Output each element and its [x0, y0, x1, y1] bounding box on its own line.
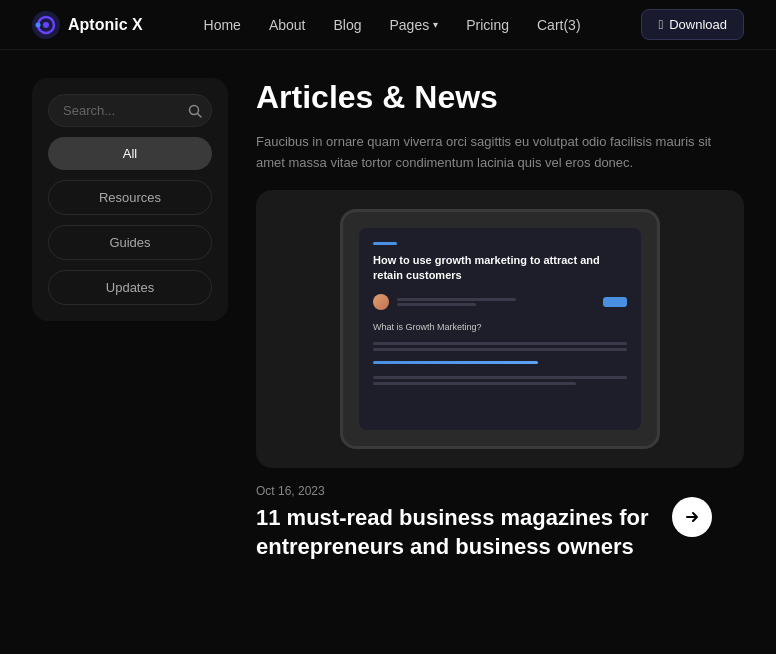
arrow-right-icon — [684, 509, 700, 525]
logo[interactable]: Aptonic X — [32, 11, 143, 39]
tablet-content-lines — [373, 342, 627, 351]
apple-icon:  — [658, 17, 663, 32]
tablet-mockup: How to use growth marketing to attract a… — [340, 209, 660, 449]
nav-pricing[interactable]: Pricing — [466, 17, 509, 33]
filter-updates-button[interactable]: Updates — [48, 270, 212, 305]
article-title: 11 must-read business magazines for entr… — [256, 504, 696, 561]
search-icon — [188, 104, 202, 118]
tablet-content-line-1 — [373, 342, 627, 345]
svg-point-3 — [36, 22, 41, 27]
logo-icon — [32, 11, 60, 39]
page-title: Articles & News — [256, 78, 744, 116]
filter-all-button[interactable]: All — [48, 137, 212, 170]
svg-line-5 — [198, 113, 202, 117]
tablet-bottom-line-2 — [373, 382, 576, 385]
navbar: Aptonic X Home About Blog Pages ▾ Pricin… — [0, 0, 776, 50]
page-description: Faucibus in ornare quam viverra orci sag… — [256, 132, 716, 174]
article-date: Oct 16, 2023 — [256, 484, 744, 498]
nav-links: Home About Blog Pages ▾ Pricing Cart(3) — [204, 17, 581, 33]
right-content: Articles & News Faucibus in ornare quam … — [256, 78, 744, 654]
featured-image: How to use growth marketing to attract a… — [256, 190, 744, 468]
tablet-meta-line-1 — [397, 298, 516, 301]
tablet-content-line-2 — [373, 348, 627, 351]
search-button[interactable] — [188, 104, 202, 118]
download-button[interactable]:  Download — [641, 9, 744, 40]
filter-resources-button[interactable]: Resources — [48, 180, 212, 215]
chevron-down-icon: ▾ — [433, 19, 438, 30]
svg-point-2 — [43, 22, 49, 28]
tablet-meta-lines — [397, 298, 595, 306]
nav-cart[interactable]: Cart(3) — [537, 17, 581, 33]
tablet-screen: How to use growth marketing to attract a… — [359, 228, 641, 430]
tablet-meta-line-2 — [397, 303, 476, 306]
nav-blog[interactable]: Blog — [333, 17, 361, 33]
sidebar: All Resources Guides Updates — [32, 78, 228, 321]
tablet-accent-bar — [373, 242, 397, 245]
nav-pages-dropdown[interactable]: Pages ▾ — [390, 17, 439, 33]
nav-home[interactable]: Home — [204, 17, 241, 33]
tablet-progress-bar — [373, 361, 538, 364]
filter-guides-button[interactable]: Guides — [48, 225, 212, 260]
tablet-section-title: What is Growth Marketing? — [373, 322, 627, 332]
tablet-badge — [603, 297, 627, 307]
next-button[interactable] — [672, 497, 712, 537]
search-container — [48, 94, 212, 127]
tablet-avatar — [373, 294, 389, 310]
main-content: All Resources Guides Updates Articles & … — [0, 50, 776, 654]
tablet-article-title: How to use growth marketing to attract a… — [373, 253, 627, 284]
tablet-bottom-line-1 — [373, 376, 627, 379]
nav-about[interactable]: About — [269, 17, 306, 33]
article-info: Oct 16, 2023 11 must-read business magaz… — [256, 484, 744, 561]
tablet-bottom-lines — [373, 376, 627, 385]
tablet-meta — [373, 294, 627, 310]
logo-text: Aptonic X — [68, 16, 143, 34]
